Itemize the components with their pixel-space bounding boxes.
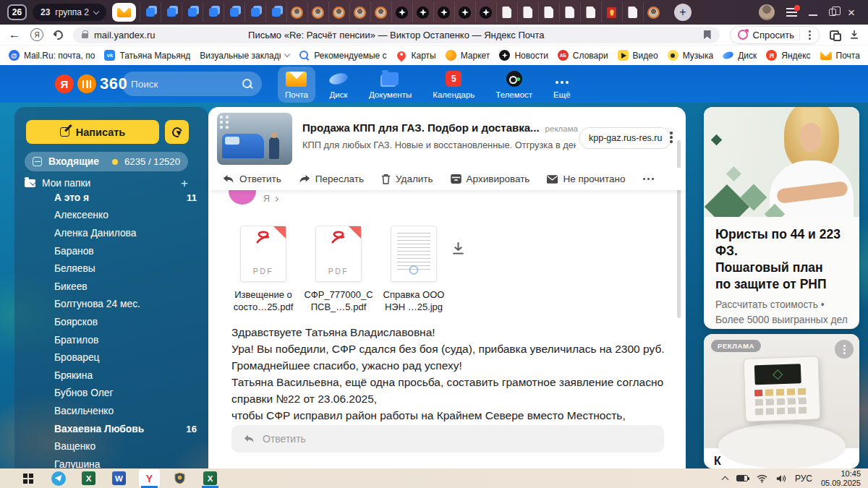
sidebar-folder[interactable]: Алексеенко [14, 207, 208, 225]
language-indicator[interactable]: РУС [795, 474, 812, 484]
sidebar-folder[interactable]: Аленка Данилова [14, 224, 208, 242]
restore-button[interactable] [829, 9, 836, 16]
bookmark-item[interactable]: Диск [723, 50, 757, 61]
yandex360-logo[interactable]: 360 [55, 74, 127, 93]
delete-button[interactable]: Удалить [381, 174, 433, 184]
back-button[interactable] [9, 29, 20, 40]
tab-group-selector[interactable]: 23 группа 2 [33, 4, 106, 21]
right-ad-legal[interactable]: Юристы по 44 и 223 ФЗ. Пошаговый план по… [704, 107, 859, 329]
browser-tab[interactable] [307, 2, 328, 22]
taskbar-clock[interactable]: 10:45 05.09.2025 [821, 469, 861, 487]
taskbar-excel-2[interactable] [200, 469, 221, 488]
ad-banner-image[interactable] [217, 113, 292, 165]
sidebar-folder[interactable]: Галушина [14, 455, 208, 468]
mark-unread-button[interactable]: Не прочитано [547, 174, 625, 184]
sidebar-folder[interactable]: Братилов [14, 331, 208, 349]
browser-tab[interactable] [643, 2, 664, 22]
app-documents[interactable]: Документы [362, 67, 419, 103]
reply-button[interactable]: Ответить [223, 174, 281, 184]
browser-tab[interactable] [538, 2, 559, 22]
attachment[interactable]: СФР_777000_СПСВ_…5.pdf [301, 226, 376, 313]
sidebar-folder[interactable]: Васильченко [14, 402, 208, 420]
close-button[interactable] [848, 7, 855, 19]
archive-button[interactable]: Архивировать [451, 174, 530, 184]
browser-tab[interactable] [370, 2, 391, 22]
bookmark-item[interactable]: Почта [820, 51, 860, 61]
app-telemost[interactable]: Телемост [488, 67, 540, 103]
bookmark-item[interactable]: Новости [499, 50, 548, 61]
app-calendar[interactable]: 5 Календарь [425, 67, 482, 103]
taskbar-excel[interactable] [78, 469, 99, 488]
search-icon[interactable] [242, 79, 252, 89]
browser-tab[interactable] [328, 2, 349, 22]
app-disk[interactable]: Диск [322, 67, 355, 103]
browser-tab[interactable] [580, 2, 601, 22]
browser-tab[interactable] [622, 2, 643, 22]
browser-tab[interactable] [454, 2, 475, 22]
battery-icon[interactable] [736, 475, 748, 481]
browser-tab[interactable] [601, 2, 622, 22]
browser-tab[interactable] [475, 2, 496, 22]
browser-tab[interactable] [161, 2, 182, 22]
bookmark-item[interactable]: Маркет [446, 50, 490, 61]
sidebar-folder[interactable]: Баранов [14, 242, 208, 260]
browser-tab[interactable] [182, 2, 203, 22]
browser-menu-icon[interactable] [786, 8, 797, 17]
attachment[interactable]: Извещение о состо…25.pdf [226, 226, 301, 313]
browser-tab[interactable] [517, 2, 538, 22]
browser-tab[interactable] [265, 2, 286, 22]
start-button[interactable] [17, 469, 38, 488]
sidebar-folder[interactable]: Ващенко [14, 437, 208, 455]
browser-tab[interactable] [112, 3, 136, 22]
add-folder-button[interactable] [181, 177, 188, 189]
download-all-icon[interactable] [451, 241, 465, 258]
sidebar-item-inbox[interactable]: Входящие 6235 / 12520 [25, 152, 188, 171]
right-ad-device[interactable]: РЕКЛАМА К [704, 334, 859, 468]
refresh-button[interactable] [51, 28, 64, 41]
sidebar-folder[interactable]: Брякина [14, 367, 208, 385]
tray-expand-icon[interactable] [721, 476, 728, 483]
browser-tab[interactable] [224, 2, 244, 22]
browser-tab[interactable] [391, 2, 412, 22]
sidebar-folder[interactable]: А это я 11 [14, 189, 208, 207]
bookmark-item[interactable]: Mail.Ru: почта, по [9, 50, 95, 61]
bookmark-item[interactable]: Карты [396, 50, 436, 61]
ad-banner-menu-icon[interactable] [670, 136, 673, 139]
browser-tab[interactable] [349, 2, 370, 22]
ad-banner-link-button[interactable]: kpp-gaz.rus-res.ru [579, 127, 672, 149]
browser-tab[interactable] [559, 2, 580, 22]
bookmark-flag-icon[interactable] [704, 30, 711, 40]
app-mail[interactable]: Почта [278, 67, 315, 103]
tab-count-badge[interactable]: 26 [7, 4, 27, 20]
sidebar-folder[interactable]: Броварец [14, 348, 208, 367]
taskbar-word[interactable] [109, 469, 129, 488]
attachment[interactable]: Справка ООО НЭН …25.jpg [376, 226, 451, 313]
toolbar-more-icon[interactable] [647, 178, 650, 181]
collections-icon[interactable] [830, 30, 839, 40]
bookmark-item[interactable]: Яндекс [766, 50, 810, 61]
app-more[interactable]: Ещё [546, 67, 578, 103]
bookmark-item[interactable]: Музыка [668, 50, 713, 61]
sidebar-folder[interactable]: Боярсков [14, 313, 208, 331]
new-tab-button[interactable] [674, 4, 692, 21]
browser-tab[interactable] [140, 2, 161, 22]
bookmark-item[interactable]: Татьяна Марьянд [104, 50, 190, 61]
browser-tab[interactable] [244, 2, 265, 22]
browser-profile-avatar[interactable] [759, 4, 775, 20]
browser-tab[interactable] [286, 2, 307, 22]
search-input[interactable]: Поиск [122, 72, 262, 96]
my-folders-header[interactable]: Мои папки [25, 177, 188, 189]
ask-alice-button[interactable]: Спросить [730, 26, 820, 44]
compose-button[interactable]: Написать [26, 120, 159, 144]
browser-tab[interactable] [496, 2, 517, 22]
taskbar-yandex-browser[interactable] [139, 469, 160, 488]
sidebar-folder[interactable]: Бубнов Олег [14, 385, 208, 403]
forward-button[interactable]: Переслать [299, 174, 364, 184]
scrollbar-thumb[interactable] [677, 140, 681, 318]
minimize-button[interactable] [809, 14, 817, 16]
more-options-icon[interactable] [809, 34, 811, 36]
downloads-icon[interactable] [849, 30, 859, 40]
ad-banner-title[interactable]: Продажа КПП для ГАЗ. Подбор и доставка..… [302, 121, 578, 134]
sender-row[interactable]: Я [263, 194, 278, 204]
ad-menu-icon[interactable] [835, 340, 854, 359]
